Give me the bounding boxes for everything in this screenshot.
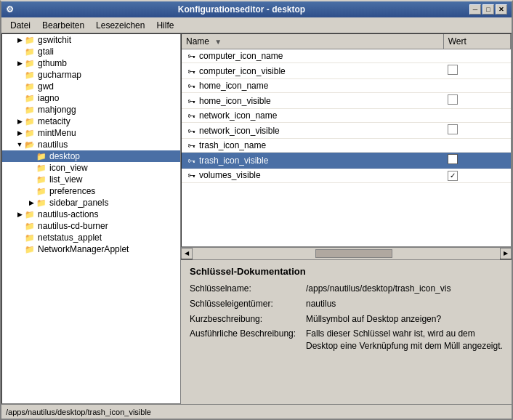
tree-item-nautilus[interactable]: ▼ 📂 nautilus	[2, 139, 180, 150]
tree-label-list_view: list_view	[49, 174, 82, 185]
tree-label-gtali: gtali	[38, 47, 54, 57]
tree-arrow-mahjongg	[15, 105, 24, 114]
tree-item-gtali[interactable]: 📁 gtali	[2, 46, 180, 57]
tree-item-gthumb[interactable]: ▶ 📁 gthumb	[2, 57, 180, 69]
sort-arrow: ▼	[214, 38, 222, 46]
tree-arrow-gwd	[15, 82, 24, 91]
tree-item-netstatus_applet[interactable]: 📁 netstatus_applet	[2, 232, 180, 243]
table-row-trash_icon_name[interactable]: 🗝 trash_icon_name	[182, 139, 511, 153]
tree-item-mintMenu[interactable]: ▶ 📁 mintMenu	[2, 127, 180, 139]
row-label-trash_icon_visible: trash_icon_visible	[199, 156, 268, 166]
minimize-button[interactable]: ─	[469, 4, 481, 15]
tree-label-iagno: iagno	[38, 93, 59, 103]
tree-item-iagno[interactable]: 📁 iagno	[2, 92, 180, 104]
tree-panel[interactable]: ▶ 📁 gswitchit 📁 gtali ▶ 📁 gthumb 📁 gucha…	[1, 33, 181, 404]
folder-icon-nautilus-cd-burner: 📁	[24, 221, 36, 231]
hscroll-thumb[interactable]	[315, 249, 392, 258]
tree-item-gwd[interactable]: 📁 gwd	[2, 81, 180, 92]
close-button[interactable]: ✕	[496, 4, 507, 15]
row-label-home_icon_visible: home_icon_visible	[199, 96, 271, 106]
tree-arrow-desktop	[27, 152, 36, 161]
row-label-network_icon_name: network_icon_name	[199, 110, 277, 121]
tree-item-metacity[interactable]: ▶ 📁 metacity	[2, 116, 180, 127]
folder-icon-gucharmap: 📁	[24, 70, 36, 80]
table-row-home_icon_visible[interactable]: 🗝 home_icon_visible	[182, 93, 511, 109]
folder-icon-mahjongg: 📁	[24, 105, 36, 115]
checkbox-network_icon_visible[interactable]	[448, 124, 458, 134]
table-hscroll[interactable]: ◀ ▶	[181, 247, 512, 259]
folder-icon-gwd: 📁	[24, 81, 36, 92]
cell-value-volumes_visible	[443, 169, 510, 183]
config-table: Name ▼ Wert 🗝 computer_icon_name	[182, 34, 511, 183]
key-icon-home_icon_name: 🗝	[186, 81, 196, 91]
checkbox-computer_icon_visible[interactable]	[448, 65, 458, 75]
row-label-volumes_visible: volumes_visible	[199, 170, 261, 180]
doc-row-2: Kurzbeschreibung: Müllsymbol auf Desktop…	[190, 313, 503, 326]
tree-label-gucharmap: gucharmap	[38, 70, 81, 80]
tree-item-sidebar_panels[interactable]: ▶ 📁 sidebar_panels	[2, 197, 180, 209]
tree-label-mintMenu: mintMenu	[38, 128, 76, 138]
tree-label-nautilus-actions: nautilus-actions	[38, 209, 98, 219]
tree-arrow-nautilus-actions: ▶	[15, 210, 24, 219]
checkbox-trash_icon_visible[interactable]	[448, 154, 458, 164]
hscroll-right-btn[interactable]: ▶	[500, 248, 512, 259]
folder-icon-desktop: 📁	[36, 151, 47, 161]
tree-item-preferences[interactable]: 📁 preferences	[2, 185, 180, 197]
tree-item-gucharmap[interactable]: 📁 gucharmap	[2, 69, 180, 81]
tree-arrow-iagno	[15, 94, 24, 102]
tree-item-nautilus-actions[interactable]: ▶ 📁 nautilus-actions	[2, 209, 180, 220]
table-row-computer_icon_name[interactable]: 🗝 computer_icon_name	[182, 49, 511, 63]
cell-value-network_icon_visible	[443, 123, 510, 139]
column-name[interactable]: Name ▼	[182, 34, 443, 49]
tree-item-mahjongg[interactable]: 📁 mahjongg	[2, 104, 180, 116]
key-icon-computer_icon_name: 🗝	[186, 51, 196, 61]
main-window: ⚙ Konfigurationseditor - desktop ─ □ ✕ D…	[0, 0, 513, 420]
hscroll-left-btn[interactable]: ◀	[181, 248, 193, 259]
tree-item-nautilus-cd-burner[interactable]: 📁 nautilus-cd-burner	[2, 220, 180, 232]
table-row-network_icon_name[interactable]: 🗝 network_icon_name	[182, 109, 511, 123]
menu-datei[interactable]: Datei	[4, 19, 36, 31]
table-row-computer_icon_visible[interactable]: 🗝 computer_icon_visible	[182, 63, 511, 79]
table-row-volumes_visible[interactable]: 🗝 volumes_visible	[182, 169, 511, 183]
key-icon-network_icon_visible: 🗝	[186, 126, 196, 136]
cell-name-computer_icon_visible: 🗝 computer_icon_visible	[182, 63, 443, 79]
checkbox-volumes_visible[interactable]	[448, 171, 458, 181]
tree-label-gswitchit: gswitchit	[38, 35, 71, 45]
hscroll-track[interactable]	[193, 248, 500, 259]
menu-bearbeiten[interactable]: Bearbeiten	[36, 19, 90, 31]
cell-value-trash_icon_visible	[443, 153, 510, 169]
tree-item-list_view[interactable]: 📁 list_view	[2, 174, 180, 185]
menu-hilfe[interactable]: Hilfe	[150, 19, 179, 31]
cell-name-network_icon_name: 🗝 network_icon_name	[182, 109, 443, 123]
doc-value-2: Müllsymbol auf Desktop anzeigen?	[306, 313, 503, 326]
folder-icon-nautilus-actions: 📁	[24, 209, 36, 219]
tree-arrow-mintMenu: ▶	[15, 129, 24, 137]
key-icon-network_icon_name: 🗝	[186, 110, 196, 121]
tree-item-NetworkManagerApplet[interactable]: 📁 NetworkManagerApplet	[2, 243, 180, 255]
main-content: ▶ 📁 gswitchit 📁 gtali ▶ 📁 gthumb 📁 gucha…	[1, 33, 512, 404]
tree-item-desktop[interactable]: 📁 desktop	[2, 150, 180, 162]
table-row-network_icon_visible[interactable]: 🗝 network_icon_visible	[182, 123, 511, 139]
tree-arrow-nautilus-cd-burner	[15, 222, 24, 230]
table-row-trash_icon_visible[interactable]: 🗝 trash_icon_visible	[182, 153, 511, 169]
tree-label-nautilus-cd-burner: nautilus-cd-burner	[38, 221, 108, 231]
tree-item-gswitchit[interactable]: ▶ 📁 gswitchit	[2, 34, 180, 46]
cell-name-computer_icon_name: 🗝 computer_icon_name	[182, 49, 443, 63]
statusbar: /apps/nautilus/desktop/trash_icon_visibl…	[1, 404, 512, 419]
doc-row-3: Ausführliche Beschreibung: Falls dieser …	[190, 328, 503, 352]
tree-label-NetworkManagerApplet: NetworkManagerApplet	[38, 244, 129, 254]
menu-lesezeichen[interactable]: Lesezeichen	[90, 19, 150, 31]
maximize-button[interactable]: □	[482, 4, 494, 15]
folder-icon-netstatus_applet: 📁	[24, 233, 36, 243]
doc-value-0: /apps/nautilus/desktop/trash_icon_vis	[306, 283, 503, 295]
doc-row-0: Schlüsselname: /apps/nautilus/desktop/tr…	[190, 283, 503, 295]
checkbox-home_icon_visible[interactable]	[448, 94, 458, 105]
tree-label-nautilus: nautilus	[38, 140, 68, 150]
tree-item-icon_view[interactable]: 📁 icon_view	[2, 162, 180, 174]
table-row-home_icon_name[interactable]: 🗝 home_icon_name	[182, 79, 511, 93]
folder-icon-mintMenu: 📁	[24, 128, 36, 138]
folder-icon-icon_view: 📁	[36, 163, 47, 173]
folder-icon-gswitchit: 📁	[24, 35, 36, 45]
table-panel[interactable]: Name ▼ Wert 🗝 computer_icon_name	[181, 33, 512, 247]
tree-label-mahjongg: mahjongg	[38, 105, 76, 115]
